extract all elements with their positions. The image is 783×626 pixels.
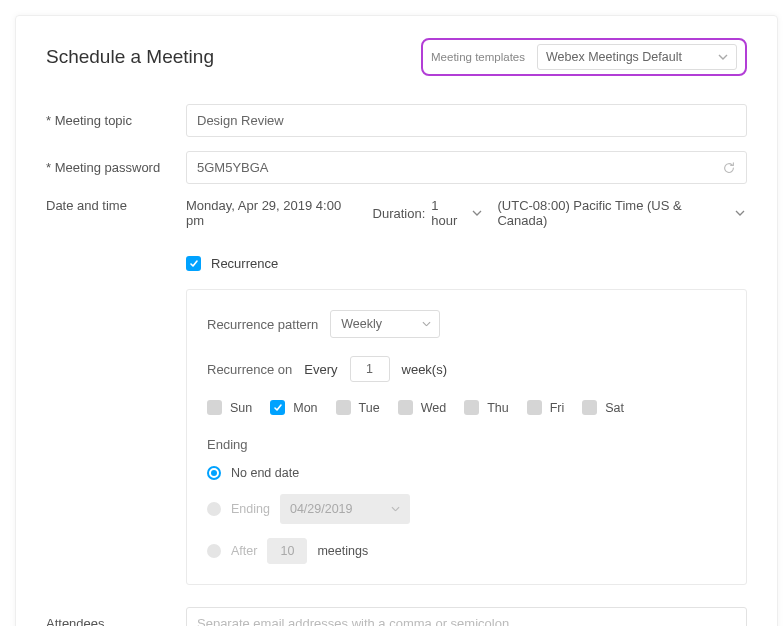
timezone-value[interactable]: (UTC-08:00) Pacific Time (US & Canada) xyxy=(497,198,729,228)
day-thu-checkbox[interactable] xyxy=(464,400,479,415)
day-sat-checkbox[interactable] xyxy=(582,400,597,415)
every-value-input[interactable]: 1 xyxy=(350,356,390,382)
after-radio[interactable] xyxy=(207,544,221,558)
duration-label: Duration: xyxy=(373,206,426,221)
recurrence-pattern-select[interactable]: Weekly xyxy=(330,310,440,338)
meeting-topic-label: Meeting topic xyxy=(46,113,186,128)
ending-date-radio[interactable] xyxy=(207,502,221,516)
no-end-date-label: No end date xyxy=(231,466,299,480)
after-value-input[interactable]: 10 xyxy=(267,538,307,564)
chevron-down-icon xyxy=(391,506,400,511)
chevron-down-icon xyxy=(422,321,431,326)
attendees-label: Attendees xyxy=(46,616,186,626)
date-time-value[interactable]: Monday, Apr 29, 2019 4:00 pm xyxy=(186,198,359,228)
day-tue-checkbox[interactable] xyxy=(336,400,351,415)
page-title: Schedule a Meeting xyxy=(46,46,214,68)
chevron-down-icon[interactable] xyxy=(472,209,483,217)
recurrence-pattern-label: Recurrence pattern xyxy=(207,317,318,332)
every-label: Every xyxy=(304,362,337,377)
meeting-templates-label: Meeting templates xyxy=(431,51,525,63)
day-mon-checkbox[interactable] xyxy=(270,400,285,415)
ending-date-select[interactable]: 04/29/2019 xyxy=(280,494,410,524)
days-row: Sun Mon Tue Wed Thu Fri Sat xyxy=(207,400,726,415)
recurrence-on-label: Recurrence on xyxy=(207,362,292,377)
date-time-row: Monday, Apr 29, 2019 4:00 pm Duration: 1… xyxy=(186,198,747,228)
day-sun-checkbox[interactable] xyxy=(207,400,222,415)
refresh-icon[interactable] xyxy=(722,161,736,175)
recurrence-panel: Recurrence pattern Weekly Recurrence on … xyxy=(186,289,747,585)
unit-label: week(s) xyxy=(402,362,448,377)
day-wed-checkbox[interactable] xyxy=(398,400,413,415)
day-fri-checkbox[interactable] xyxy=(527,400,542,415)
meeting-password-label: Meeting password xyxy=(46,160,186,175)
meeting-template-area: Meeting templates Webex Meetings Default xyxy=(421,38,747,76)
ending-date-label: Ending xyxy=(231,502,270,516)
date-time-label: Date and time xyxy=(46,198,186,213)
recurrence-checkbox[interactable] xyxy=(186,256,201,271)
schedule-meeting-panel: Schedule a Meeting Meeting templates Web… xyxy=(15,15,778,626)
meeting-template-value: Webex Meetings Default xyxy=(546,50,682,64)
after-label: After xyxy=(231,544,257,558)
ending-heading: Ending xyxy=(207,437,726,452)
after-unit-label: meetings xyxy=(317,544,368,558)
meeting-password-input[interactable]: 5GM5YBGA xyxy=(186,151,747,184)
recurrence-label: Recurrence xyxy=(211,256,278,271)
duration-value[interactable]: 1 hour xyxy=(431,198,466,228)
no-end-date-radio[interactable] xyxy=(207,466,221,480)
meeting-topic-input[interactable]: Design Review xyxy=(186,104,747,137)
chevron-down-icon[interactable] xyxy=(735,209,747,217)
chevron-down-icon xyxy=(718,54,728,60)
meeting-template-select[interactable]: Webex Meetings Default xyxy=(537,44,737,70)
attendees-input[interactable]: Separate email addresses with a comma or… xyxy=(186,607,747,626)
